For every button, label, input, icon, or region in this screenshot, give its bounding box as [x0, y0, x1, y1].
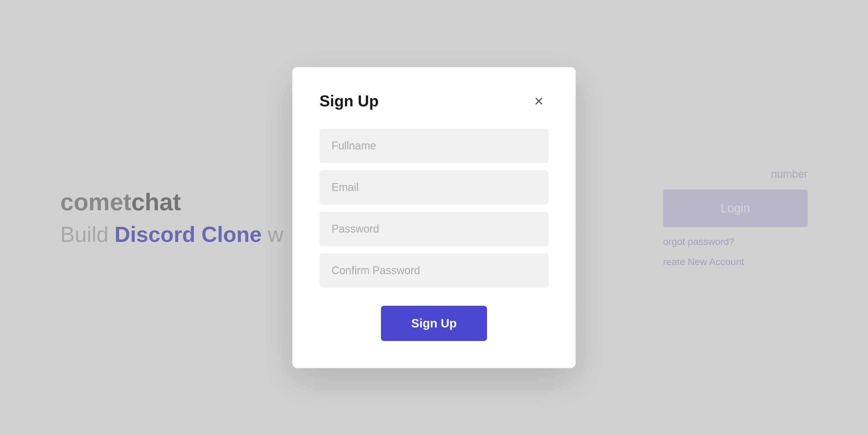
password-input[interactable] [319, 212, 549, 246]
signup-button[interactable]: Sign Up [381, 306, 487, 341]
fullname-input[interactable] [319, 129, 549, 163]
signup-modal: Sign Up × Sign Up [292, 67, 576, 368]
modal-title: Sign Up [319, 92, 378, 110]
email-input[interactable] [319, 170, 549, 205]
close-button[interactable]: × [529, 91, 549, 110]
confirm-password-input[interactable] [319, 253, 549, 288]
modal-overlay: Sign Up × Sign Up [0, 0, 868, 435]
modal-header: Sign Up × [319, 91, 549, 110]
form-fields [319, 129, 549, 288]
